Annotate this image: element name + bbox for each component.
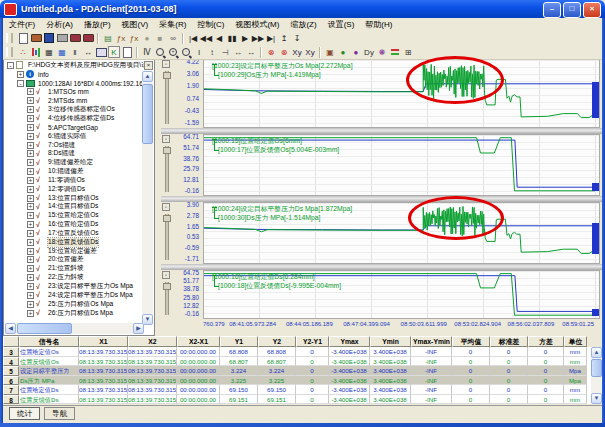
menu-item-3[interactable]: 视图(V): [122, 19, 149, 30]
tree-expander[interactable]: +: [27, 239, 34, 246]
column-header-0[interactable]: 信号名: [19, 336, 79, 347]
tree-item-signal-22[interactable]: +√22:压力斜坡: [5, 273, 144, 282]
tab-statistics[interactable]: 统计: [9, 407, 40, 420]
table-row-4[interactable]: 4位置反馈值Os08:13:39.730.31508:13:39.730.315…: [3, 357, 602, 367]
pane-button[interactable]: ▫: [162, 271, 170, 279]
grid-icon[interactable]: ▦: [43, 46, 55, 58]
tree-expander[interactable]: +: [27, 256, 34, 263]
play-icon[interactable]: ▶: [239, 32, 251, 44]
tree-expander[interactable]: +: [27, 88, 34, 95]
record-icon[interactable]: ●: [141, 32, 153, 44]
tree-item-signal-10[interactable]: +√10:辊缝偏差: [5, 167, 144, 176]
pause-icon[interactable]: ▮▮: [226, 32, 238, 44]
green-ball-icon[interactable]: ●: [337, 46, 349, 58]
forward-icon[interactable]: ▶▶: [252, 32, 264, 44]
table-row-6[interactable]: 6Ds压力 MPa08:13:39.730.31508:13:39.730.31…: [3, 376, 602, 386]
tree-close-icon[interactable]: ×: [144, 61, 153, 70]
vfit-icon[interactable]: ↕: [206, 46, 218, 58]
binocular-icon[interactable]: ∞: [167, 32, 179, 44]
plot-area-4[interactable]: [1000:16]位置给定值Ds[6.284mm][1000:18]位置反馈值D…: [203, 270, 600, 319]
pane-zoom-handle[interactable]: [163, 215, 171, 222]
tree-item-signal-3[interactable]: +√3:位移传感器标定值Os: [5, 105, 144, 114]
tree-expander[interactable]: +: [27, 203, 34, 210]
pane-zoom-handle[interactable]: [163, 283, 171, 290]
tree-hscrollbar[interactable]: ◀▶: [5, 323, 144, 334]
column-header-10[interactable]: 平均值: [452, 336, 490, 347]
table-row-3[interactable]: 3位置给定值Os08:13:39.730.31508:13:39.730.315…: [3, 347, 602, 357]
export-icon[interactable]: [82, 32, 94, 44]
column-header-4[interactable]: Y1: [220, 336, 258, 347]
dv-icon[interactable]: Ⅳ: [141, 46, 153, 58]
tree-item-signal-2[interactable]: +√2:MTSds mm: [5, 96, 144, 105]
calc-icon[interactable]: ▦: [56, 46, 68, 58]
zoom-in-icon[interactable]: +: [167, 46, 179, 58]
minimize-button[interactable]: –: [543, 2, 561, 18]
box-icon[interactable]: ▣: [324, 46, 336, 58]
tree-expander[interactable]: +: [27, 159, 34, 166]
tree-expander[interactable]: +: [27, 168, 34, 175]
doc-icon[interactable]: [121, 46, 133, 58]
speed-down-icon[interactable]: ↧: [291, 32, 303, 44]
tab-navigation[interactable]: 导航: [44, 407, 75, 420]
column-header-5[interactable]: Y2: [258, 336, 296, 347]
tree-item-signal-8[interactable]: +√8:Ds辊缝: [5, 149, 144, 158]
table-vscrollbar[interactable]: ▲▼: [591, 347, 602, 404]
maximize-button[interactable]: □: [563, 2, 581, 18]
table-scroll-thumb[interactable]: [591, 359, 602, 377]
column-header-13[interactable]: 单位: [564, 336, 587, 347]
column-header-1[interactable]: X1: [79, 336, 128, 347]
goto-end-icon[interactable]: ▶|: [265, 32, 277, 44]
eq-icon[interactable]: [389, 46, 401, 58]
tree-expander[interactable]: +: [27, 212, 34, 219]
table-row-5[interactable]: 5设定目标平整压力08:13:39.730.31508:13:39.730.31…: [3, 366, 602, 376]
tree-item-signal-1[interactable]: +√1:MTSOs mm: [5, 88, 144, 97]
tree-item-info[interactable]: +iinfo: [5, 70, 144, 79]
menu-item-6[interactable]: 视图模式(M): [235, 19, 279, 30]
column-header-6[interactable]: Y2-Y1: [296, 336, 329, 347]
tree-item-signal-16[interactable]: +√16:位置给定值Ds: [5, 220, 144, 229]
tree-item-signal-7[interactable]: +√7:Os辊缝: [5, 141, 144, 150]
close-button[interactable]: ×: [583, 2, 601, 18]
zoom-out-icon[interactable]: -: [180, 46, 192, 58]
menu-item-0[interactable]: 文件(F): [9, 19, 35, 30]
pane-button[interactable]: ▫: [162, 135, 170, 143]
paw-icon[interactable]: ❋: [376, 46, 388, 58]
column-header-7[interactable]: Ymax: [329, 336, 370, 347]
tree-expander[interactable]: +: [27, 124, 34, 131]
speed-up-icon[interactable]: ↥: [278, 32, 290, 44]
import-icon[interactable]: [69, 32, 81, 44]
tree-expander[interactable]: +: [27, 142, 34, 149]
xy1-icon[interactable]: Xy: [291, 46, 303, 58]
pane-button[interactable]: ▫: [162, 60, 170, 68]
tree-item-signal-12[interactable]: +√12:零调值Ds: [5, 185, 144, 194]
plot-area-1[interactable]: [1000:23]设定目标平整压力Os Mpa[2.272Mpa][1000:2…: [203, 59, 600, 128]
tree-item-signal-24[interactable]: +√24:设定目标平整压力Ds Mpa: [5, 291, 144, 300]
barchart-icon[interactable]: [30, 46, 42, 58]
plot-area-2[interactable]: [1000:15]位置给定值Os[6mm][1000:17]位置反馈值Os[5.…: [203, 134, 600, 196]
tree-expander[interactable]: +: [27, 283, 34, 290]
tree-item-signal-26[interactable]: +√26:压力目标值Ds Mpa: [5, 309, 144, 318]
tree-item-signal-19[interactable]: +√19:位置给定偏差: [5, 247, 144, 256]
menu-item-1[interactable]: 分析(A): [46, 19, 73, 30]
column-header-8[interactable]: Ymin: [370, 336, 411, 347]
column-header-9[interactable]: Ymax-Ymin: [411, 336, 452, 347]
column-header-11[interactable]: 标准差: [490, 336, 528, 347]
menu-item-7[interactable]: 缩放(Z): [290, 19, 316, 30]
tree-expander[interactable]: +: [27, 195, 34, 202]
tree-item-signal-5[interactable]: +√5:APCTargetGap: [5, 123, 144, 132]
pane-button[interactable]: ▫: [162, 203, 170, 211]
tree-expander[interactable]: +: [27, 265, 34, 272]
menu-item-2[interactable]: 播放(P): [84, 19, 111, 30]
pause2-icon[interactable]: ‖: [69, 46, 81, 58]
tree-hscroll-thumb[interactable]: [17, 323, 72, 334]
tree-item-signal-20[interactable]: +√20:位置偏差: [5, 256, 144, 265]
tree-item-signal-25[interactable]: +√25:压力目标值Os Mpa: [5, 300, 144, 309]
save-icon[interactable]: [43, 32, 55, 44]
pane-zoom-handle[interactable]: [163, 72, 171, 79]
tree-expander[interactable]: +: [27, 150, 34, 157]
tree-vscroll-thumb[interactable]: [142, 84, 153, 144]
tree-expander[interactable]: +: [27, 133, 34, 140]
goto-start-icon[interactable]: |◀: [187, 32, 199, 44]
tree-expander[interactable]: +: [27, 106, 34, 113]
tree-item-signal-15[interactable]: +√15:位置给定值Os: [5, 211, 144, 220]
